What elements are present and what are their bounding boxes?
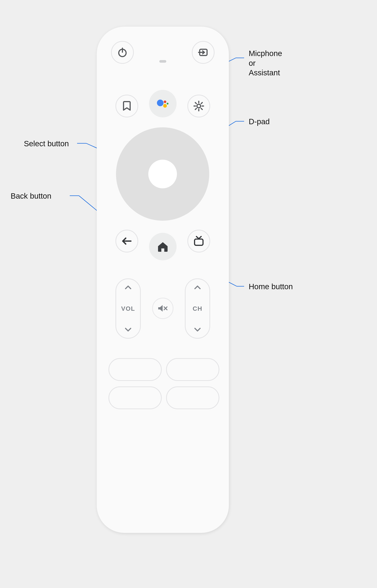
chevron-up-icon — [124, 285, 132, 290]
mute-button[interactable] — [152, 298, 174, 319]
power-icon — [117, 47, 128, 58]
callout-select: Select button — [24, 139, 69, 149]
callout-home: Home button — [249, 282, 293, 292]
remote-body: VOL CH — [97, 27, 229, 533]
svg-point-15 — [164, 100, 166, 103]
callout-dpad: D-pad — [249, 117, 270, 127]
custom-button-2[interactable] — [166, 358, 219, 381]
back-button[interactable] — [116, 230, 138, 252]
callout-back: Back button — [11, 191, 51, 201]
custom-button-4[interactable] — [166, 386, 219, 409]
back-arrow-icon — [121, 236, 132, 246]
assistant-button[interactable] — [149, 90, 177, 117]
settings-button[interactable] — [188, 95, 210, 117]
svg-point-18 — [197, 104, 200, 108]
input-source-button[interactable] — [192, 41, 214, 64]
svg-rect-28 — [195, 239, 203, 245]
live-tv-button[interactable] — [188, 230, 210, 252]
svg-line-26 — [201, 102, 202, 104]
svg-line-24 — [201, 108, 202, 110]
svg-point-14 — [157, 99, 164, 106]
chevron-down-icon — [194, 327, 201, 332]
mute-icon — [157, 304, 168, 313]
gear-icon — [193, 100, 204, 111]
diagram-stage: Micphone or Assistant D-pad Select butto… — [0, 0, 377, 588]
chevron-down-icon — [124, 327, 132, 332]
bookmark-button[interactable] — [116, 95, 138, 117]
d-pad-ring[interactable] — [116, 127, 209, 221]
select-button[interactable] — [148, 160, 177, 188]
power-button[interactable] — [111, 41, 134, 64]
ir-led-indicator — [159, 60, 166, 63]
google-assistant-icon — [155, 96, 170, 111]
home-button[interactable] — [149, 233, 177, 260]
svg-point-17 — [167, 103, 168, 105]
bookmark-icon — [122, 100, 132, 111]
tv-icon — [193, 236, 204, 246]
svg-line-25 — [195, 108, 196, 110]
channel-rocker[interactable]: CH — [185, 278, 210, 339]
custom-button-3[interactable] — [108, 386, 162, 409]
chevron-up-icon — [194, 285, 201, 290]
svg-point-16 — [163, 104, 167, 108]
volume-label: VOL — [121, 305, 135, 312]
svg-line-23 — [195, 102, 196, 104]
volume-rocker[interactable]: VOL — [116, 278, 141, 339]
custom-button-1[interactable] — [108, 358, 162, 381]
home-icon — [157, 241, 169, 252]
input-source-icon — [198, 47, 209, 58]
callout-assistant: Micphone or Assistant — [249, 49, 282, 78]
channel-label: CH — [192, 305, 202, 312]
